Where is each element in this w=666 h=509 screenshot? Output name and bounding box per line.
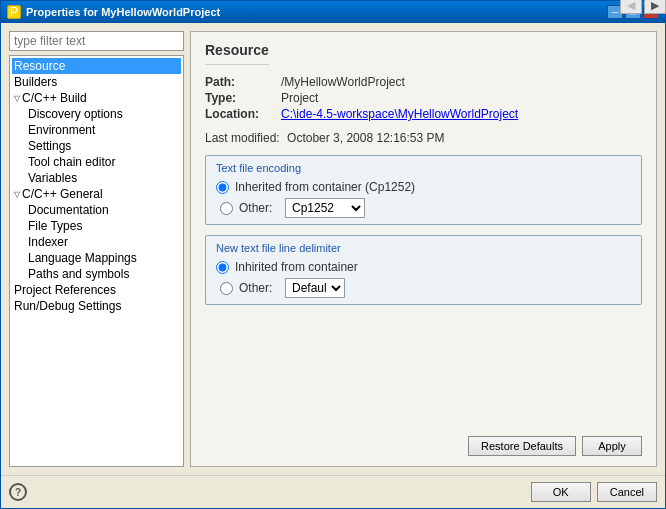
- path-row: Path: /MyHellowWorldProject: [205, 75, 642, 89]
- tree-group-cpp-build: ▽ C/C++ Build Discovery options Environm…: [12, 90, 181, 186]
- window-title: Properties for MyHellowWorldProject: [26, 6, 220, 18]
- encoding-other-row: Other: Cp1252 UTF-8 ISO-8859-1: [220, 198, 631, 218]
- apply-button[interactable]: Apply: [582, 436, 642, 456]
- tree-item-cpp-general-label: C/C++ General: [22, 187, 103, 201]
- encoding-inherited-label: Inherited from container (Cp1252): [235, 180, 415, 194]
- cancel-button[interactable]: Cancel: [597, 482, 657, 502]
- help-icon[interactable]: ?: [9, 483, 27, 501]
- location-row: Location: C:\ide-4.5-workspace\MyHellowW…: [205, 107, 642, 121]
- delimiter-other-radio[interactable]: [220, 282, 233, 295]
- encoding-other-radio[interactable]: [220, 202, 233, 215]
- tree-item-indexer[interactable]: Indexer: [26, 234, 181, 250]
- tree-item-paths-and-symbols[interactable]: Paths and symbols: [26, 266, 181, 282]
- last-modified: Last modified: October 3, 2008 12:16:53 …: [205, 131, 642, 145]
- tree-item-cpp-build-label: C/C++ Build: [22, 91, 87, 105]
- tree-children-cpp-build: Discovery options Environment Settings T…: [12, 106, 181, 186]
- line-delimiter-title: New text file line delimiter: [216, 242, 631, 254]
- title-bar-left: P Properties for MyHellowWorldProject: [7, 5, 220, 19]
- location-label: Location:: [205, 107, 275, 121]
- left-panel: Resource Builders ▽ C/C++ Build Discover…: [9, 31, 184, 467]
- tree-group-header-cpp-build[interactable]: ▽ C/C++ Build: [12, 90, 181, 106]
- location-value[interactable]: C:\ide-4.5-workspace\MyHellowWorldProjec…: [281, 107, 518, 121]
- footer-right: OK Cancel: [531, 482, 657, 502]
- last-modified-label: Last modified:: [205, 131, 280, 145]
- type-label: Type:: [205, 91, 275, 105]
- type-value: Project: [281, 91, 318, 105]
- encoding-other-label: Other:: [239, 201, 279, 215]
- delimiter-other-row: Other: Default Unix Windows Mac: [220, 278, 631, 298]
- tree-item-variables[interactable]: Variables: [26, 170, 181, 186]
- filter-input[interactable]: [9, 31, 184, 51]
- tree-item-discovery-options[interactable]: Discovery options: [26, 106, 181, 122]
- text-encoding-title: Text file encoding: [216, 162, 631, 174]
- path-value: /MyHellowWorldProject: [281, 75, 405, 89]
- ok-button[interactable]: OK: [531, 482, 591, 502]
- tree-item-tool-chain-editor[interactable]: Tool chain editor: [26, 154, 181, 170]
- main-content: Resource Builders ▽ C/C++ Build Discover…: [1, 23, 665, 475]
- tree: Resource Builders ▽ C/C++ Build Discover…: [9, 55, 184, 467]
- tree-children-cpp-general: Documentation File Types Indexer Languag…: [12, 202, 181, 282]
- text-encoding-section: Text file encoding Inherited from contai…: [205, 155, 642, 225]
- footer-left: ?: [9, 483, 27, 501]
- window-icon-label: P: [10, 5, 18, 19]
- expand-arrow-cpp-general: ▽: [14, 190, 20, 199]
- encoding-select[interactable]: Cp1252 UTF-8 ISO-8859-1: [285, 198, 365, 218]
- path-label: Path:: [205, 75, 275, 89]
- right-panel: Resource ◀ ▶ Path: /MyHellowWorldProject…: [190, 31, 657, 467]
- tree-item-project-references[interactable]: Project References: [12, 282, 181, 298]
- delimiter-inherited-radio[interactable]: [216, 261, 229, 274]
- action-buttons: Restore Defaults Apply: [205, 436, 642, 456]
- tree-item-documentation[interactable]: Documentation: [26, 202, 181, 218]
- properties-window: P Properties for MyHellowWorldProject ─ …: [0, 0, 666, 509]
- delimiter-other-label: Other:: [239, 281, 279, 295]
- tree-item-resource[interactable]: Resource: [12, 58, 181, 74]
- encoding-inherited-radio[interactable]: [216, 181, 229, 194]
- tree-group-cpp-general: ▽ C/C++ General Documentation File Types…: [12, 186, 181, 282]
- tree-item-builders[interactable]: Builders: [12, 74, 181, 90]
- footer: ? OK Cancel: [1, 475, 665, 508]
- tree-item-environment[interactable]: Environment: [26, 122, 181, 138]
- restore-defaults-button[interactable]: Restore Defaults: [468, 436, 576, 456]
- tree-item-run-debug-settings[interactable]: Run/Debug Settings: [12, 298, 181, 314]
- delimiter-inherited-label: Inhirited from container: [235, 260, 358, 274]
- tree-item-language-mappings[interactable]: Language Mappings: [26, 250, 181, 266]
- encoding-inherited-row: Inherited from container (Cp1252): [216, 180, 631, 194]
- panel-title: Resource: [205, 42, 269, 65]
- expand-arrow-cpp-build: ▽: [14, 94, 20, 103]
- tree-item-file-types[interactable]: File Types: [26, 218, 181, 234]
- last-modified-value: October 3, 2008 12:16:53 PM: [287, 131, 444, 145]
- resource-details: Path: /MyHellowWorldProject Type: Projec…: [205, 75, 642, 123]
- tree-item-settings[interactable]: Settings: [26, 138, 181, 154]
- title-bar: P Properties for MyHellowWorldProject ─ …: [1, 1, 665, 23]
- delimiter-select[interactable]: Default Unix Windows Mac: [285, 278, 345, 298]
- delimiter-inherited-row: Inhirited from container: [216, 260, 631, 274]
- window-icon: P: [7, 5, 21, 19]
- line-delimiter-section: New text file line delimiter Inhirited f…: [205, 235, 642, 305]
- type-row: Type: Project: [205, 91, 642, 105]
- tree-group-header-cpp-general[interactable]: ▽ C/C++ General: [12, 186, 181, 202]
